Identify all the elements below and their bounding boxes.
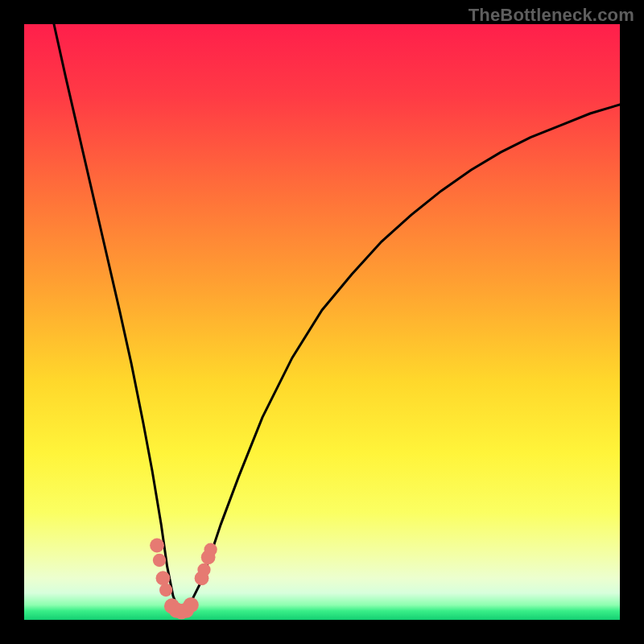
bottleneck-curve bbox=[54, 24, 620, 611]
marker-dot bbox=[153, 554, 166, 567]
marker-dot bbox=[197, 564, 210, 576]
marker-dot bbox=[150, 539, 164, 553]
curve-layer bbox=[24, 24, 620, 620]
curve-markers bbox=[150, 539, 217, 620]
watermark-label: TheBottleneck.com bbox=[469, 5, 634, 26]
plot-area bbox=[24, 24, 620, 620]
marker-dot bbox=[204, 543, 217, 556]
marker-dot bbox=[184, 597, 199, 613]
chart-frame: TheBottleneck.com bbox=[0, 0, 644, 644]
marker-dot bbox=[156, 571, 171, 585]
marker-dot bbox=[159, 584, 172, 597]
